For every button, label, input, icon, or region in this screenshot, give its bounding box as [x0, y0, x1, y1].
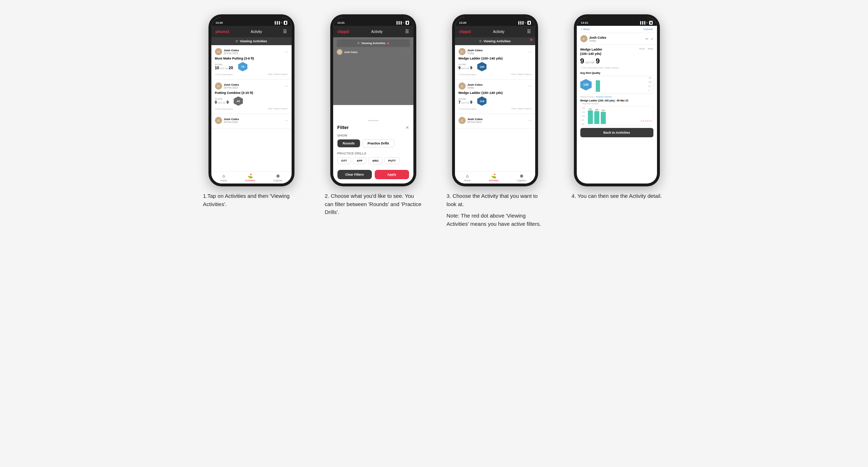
detail-name-4: Josh Coles [589, 36, 606, 39]
dots-menu-3-1[interactable]: ··· [528, 50, 531, 54]
logo-2: clippd [337, 29, 349, 34]
logo-3: clippd [459, 29, 471, 34]
session-link-4[interactable]: Practice Session [596, 96, 612, 98]
dim-user-2: Josh Coles [344, 51, 358, 53]
back-to-activities-btn-4[interactable]: Back to Activities [580, 128, 653, 137]
info-row-4: ⓘ Test Information Data: Clippd Capture [580, 66, 653, 70]
signal-icon-2: ▐▐▐ [395, 21, 402, 24]
capture-label-3: Capture [517, 179, 526, 182]
footer-right-2: Data: Clippd Capture [268, 108, 288, 111]
card-user-2: JC Josh Coles 28 Feb 2023 [215, 82, 239, 90]
edit-icon-4[interactable]: ✏ [646, 37, 648, 41]
signal-icon-4: ▐▐▐ [639, 21, 645, 24]
menu-icon-1[interactable]: ☰ [283, 29, 287, 34]
nav-home-3[interactable]: ⌂ Home [464, 173, 471, 182]
modal-close-btn[interactable]: ✕ [406, 125, 409, 130]
phone-3: 13:20 ▐▐▐ ≈ ▮ clippd Activity ☰ ⚙ Viewin… [452, 14, 538, 186]
activity-card-1[interactable]: JC Josh Coles 28 Feb 2023 ··· Must Make … [211, 45, 292, 80]
user-date-3-2: Today [467, 86, 483, 89]
user-date-3-3: 28 Feb 2023 [467, 121, 483, 123]
apply-btn[interactable]: Apply [375, 170, 409, 179]
shots-value-2: 9 [226, 100, 229, 104]
card-user-3-1: JC Josh Coles Today [459, 48, 483, 55]
banner-dim-2: Viewing Activities [361, 42, 385, 45]
wifi-icon-1: ≈ [281, 21, 282, 24]
battery-icon-2: ▮ [406, 21, 409, 25]
activity-card-3[interactable]: JC Josh Coles 28 Feb 2023 ··· [211, 114, 292, 129]
viewing-banner-3[interactable]: ⚙ Viewing Activities [455, 37, 535, 45]
user-name-3: Josh Coles [224, 118, 239, 121]
bar-c [601, 112, 606, 124]
home-label-1: Home [220, 179, 227, 182]
nav-capture-3[interactable]: ⊕ Capture [517, 173, 526, 182]
rounds-toggle-btn[interactable]: Rounds [337, 139, 360, 147]
nav-activities-3[interactable]: ⛳ Activities [489, 173, 499, 182]
avatar-3: JC [215, 117, 222, 124]
nav-title-3: Activity [493, 30, 504, 34]
avatar-1: JC [215, 48, 222, 55]
quality-badge-1: 75 [238, 62, 248, 71]
cancel-btn-4[interactable]: Cancel [644, 28, 653, 31]
bottom-nav-3: ⌂ Home ⛳ Activities ⊕ Capture [455, 171, 535, 184]
step-desc-3: 3. Choose the Activity that you want to … [447, 192, 543, 228]
practice-drills-toggle-btn[interactable]: Practice Drills [362, 139, 394, 147]
dots-menu-3-3[interactable]: ··· [528, 119, 531, 123]
session-drill-label-4: Wedge Ladder (100–140 yds) - 06 Mar 23 [580, 99, 653, 102]
expand-icon-4[interactable]: ⤢ [651, 37, 653, 41]
show-label: Show [337, 134, 409, 137]
activity-card-3-3[interactable]: JC Josh Coles 28 Feb 2023 ··· [455, 114, 535, 129]
phone-1: 13:20 ▐▐▐ ≈ ▮ phone1 Activity ☰ ⚙ View [208, 14, 294, 186]
menu-icon-3[interactable]: ☰ [527, 29, 531, 34]
card-user-3-3: JC Josh Coles 28 Feb 2023 [459, 117, 483, 124]
dots-menu-3[interactable]: ··· [285, 119, 288, 123]
drill-putt[interactable]: PUTT [384, 157, 400, 164]
drill-arg[interactable]: ARG [368, 157, 383, 164]
settings-icon-3: ⚙ [479, 39, 482, 43]
avatar-3-1: JC [459, 48, 466, 55]
out-of-label-4: OUT OF [585, 61, 595, 64]
capture-icon-1: ⊕ [276, 173, 280, 178]
footer-right-3-1: Data: Clippd Capture [511, 73, 531, 76]
out-of-2: OUT OF [218, 102, 226, 104]
footer-left-3-2: ⓘ Test Information [459, 108, 476, 111]
dots-menu-3-2[interactable]: ··· [528, 84, 531, 88]
menu-icon-2[interactable]: ☰ [405, 29, 409, 34]
red-dot-3 [530, 39, 532, 41]
clear-filters-btn[interactable]: Clear Filters [337, 170, 372, 179]
nav-activities-1[interactable]: ⛳ Activities [245, 173, 255, 182]
app-nav-1: phone1 Activity ☰ [211, 26, 292, 37]
detail-nav-4: < Back Cancel [577, 26, 657, 33]
footer-right-1: Data: Clippd Capture [268, 73, 288, 76]
status-time-3: 13:20 [459, 21, 466, 24]
practice-drills-label: Practice Drills [337, 152, 409, 155]
bottom-nav-1: ⌂ Home ⛳ Activities ⊕ Capture [211, 171, 292, 184]
status-time-4: 13:21 [581, 21, 588, 24]
activities-label-1: Activities [245, 179, 255, 182]
card-user-3-2: JC Josh Coles Today [459, 82, 483, 90]
status-time-1: 13:20 [216, 21, 223, 24]
activity-card-3-1[interactable]: JC Josh Coles Today ··· Wedge Ladder (10… [455, 45, 535, 80]
activity-card-2[interactable]: JC Josh Coles 28 Feb 2023 ··· Putting Co… [211, 80, 292, 114]
red-dot-2 [387, 42, 389, 44]
step-2-container: 13:21 ▐▐▐ ≈ ▮ clippd Activity ☰ ⚙ [320, 14, 427, 216]
step-desc-4: 4. You can then see the Activity detail. [572, 192, 662, 200]
dots-menu-2[interactable]: ··· [285, 84, 288, 88]
footer-left-3-1: ⓘ Test Information [459, 73, 476, 76]
modal-title: Filter [337, 125, 349, 130]
viewing-banner-1[interactable]: ⚙ Viewing Activities [211, 37, 292, 45]
drill-ott[interactable]: OTT [337, 157, 351, 164]
avatar-4: JC [580, 35, 588, 42]
back-btn-4[interactable]: < Back [581, 28, 590, 31]
avatar-3-3: JC [459, 117, 466, 124]
score-col-label-4: Score [639, 48, 645, 50]
card-user-3: JC Josh Coles 28 Feb 2023 [215, 117, 239, 124]
capture-label-1: Capture [273, 179, 282, 182]
dots-menu-1[interactable]: ··· [285, 50, 288, 54]
nav-home-1[interactable]: ⌂ Home [220, 173, 227, 182]
activity-card-3-2[interactable]: JC Josh Coles Today ··· Wedge Ladder (10… [455, 80, 535, 114]
drill-name-4: Wedge Ladder(100–140 yds) [580, 48, 639, 56]
activities-label-3: Activities [489, 179, 499, 182]
nav-capture-1[interactable]: ⊕ Capture [273, 173, 282, 182]
drill-app[interactable]: APP [353, 157, 366, 164]
user-date-3-1: Today [467, 52, 483, 54]
